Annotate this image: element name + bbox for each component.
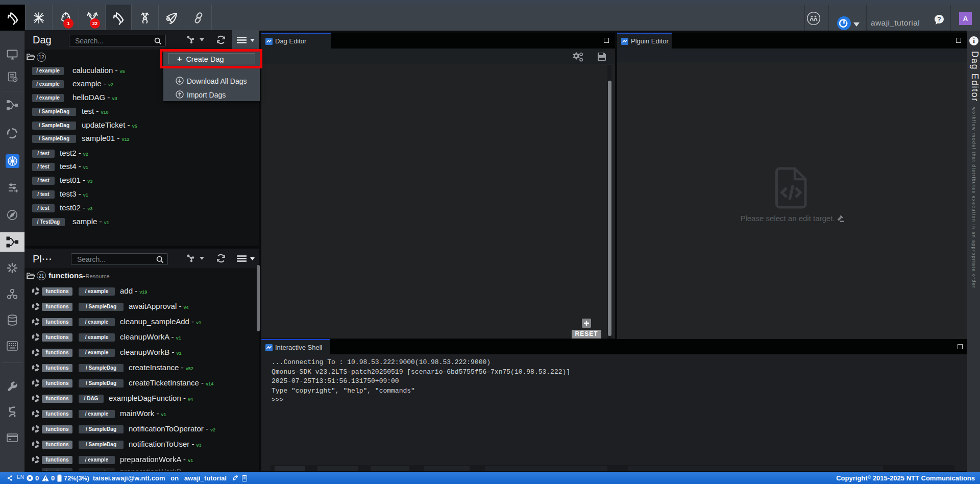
svg-text:?: ? [937, 16, 941, 23]
